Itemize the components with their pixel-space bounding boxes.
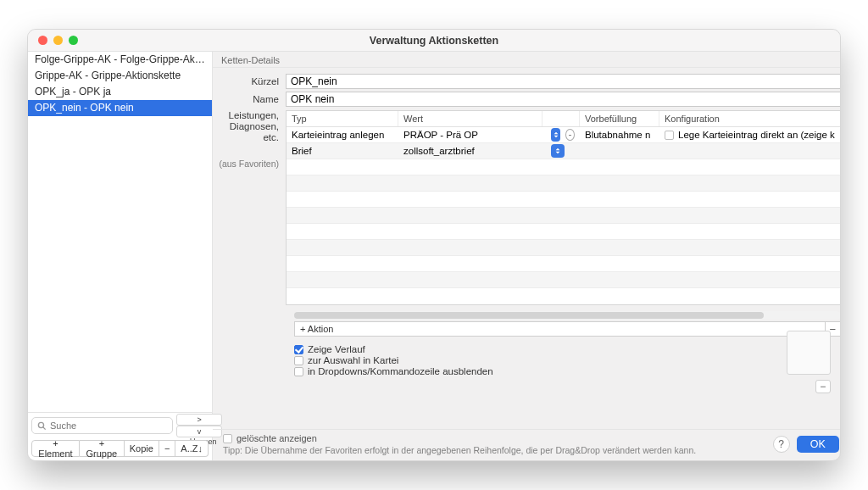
check-dropdowns[interactable]: in Dropdowns/Kommandozeile ausblenden [294,366,841,376]
check-verlauf[interactable]: Zeige Verlauf [294,344,841,354]
help-button[interactable]: ? [773,436,790,453]
svg-line-1 [43,426,46,429]
search-input[interactable] [31,417,173,434]
preview-remove-button[interactable]: − [815,380,831,393]
svg-point-0 [38,422,43,427]
favoriten-hint: (aus Favoriten) [213,159,279,170]
cell-wert[interactable]: zollsoft_arztbrief [398,143,542,159]
actions-table: Typ Wert Vorbefüllung Konfiguration Kart… [286,110,841,305]
name-label: Name [213,94,286,104]
cell-typ[interactable]: Brief [287,143,398,159]
preview-box [787,331,831,375]
footer-tip: Tipp: Die Übernahme der Favoriten erfolg… [223,445,766,455]
table-row[interactable]: Karteieintrag anlegen PRÄOP - Prä OP Blu… [287,127,840,143]
list-item[interactable]: OPK_nein - OPK nein [28,100,212,116]
titlebar: Verwaltung Aktionsketten [28,30,840,52]
remove-row-icon[interactable] [565,129,575,141]
copy-button[interactable]: Kopie [125,440,159,457]
main-panel: Ketten-Details Kürzel Name Leistungen, D… [213,52,841,460]
checkbox-icon[interactable] [223,434,232,443]
search-icon [37,421,47,431]
footer: gelöschte anzeigen Tipp: Die Übernahme d… [213,429,841,460]
add-action-bar: + Aktion − [294,321,841,337]
app-window: Verwaltung Aktionsketten Folge-Grippe-AK… [27,29,841,461]
horizontal-scrollbar[interactable] [294,311,841,320]
list-item[interactable]: OPK_ja - OPK ja [28,84,212,100]
checkbox-icon[interactable] [294,367,303,376]
ok-button[interactable]: OK [797,436,839,453]
cell-vorbefuellung[interactable]: Blutabnahme n [580,127,659,142]
name-input[interactable] [286,92,841,107]
cell-typ[interactable]: Karteieintrag anlegen [287,127,398,142]
sidebar: Folge-Grippe-AK - Folge-Grippe-Akt… Grip… [28,52,213,460]
show-deleted-checkbox[interactable]: gelöschte anzeigen [223,433,766,443]
add-element-button[interactable]: + Element [31,440,80,457]
dropdown-icon[interactable] [551,144,565,158]
search-field[interactable] [50,420,167,431]
window-title: Verwaltung Aktionsketten [28,35,840,47]
col-typ[interactable]: Typ [287,111,398,126]
list-item[interactable]: Grippe-AK - Grippe-Aktionskette [28,68,212,84]
chain-list[interactable]: Folge-Grippe-AK - Folge-Grippe-Akt… Grip… [28,52,212,413]
list-item[interactable]: Folge-Grippe-AK - Folge-Grippe-Akt… [28,52,212,68]
leistungen-label: Leistungen, Diagnosen, etc. (aus Favorit… [213,110,286,170]
add-group-button[interactable]: + Gruppe [80,440,125,457]
konf-checkbox[interactable] [665,131,674,140]
content: Folge-Grippe-AK - Folge-Grippe-Akt… Grip… [28,52,840,460]
sidebar-controls: > aufklappen v zuklappen + Element + Gru… [28,413,212,460]
sort-button[interactable]: A..Z↓ [175,440,209,457]
remove-button[interactable]: − [159,440,175,457]
kuerzel-label: Kürzel [213,76,286,86]
add-action-button[interactable]: + Aktion [295,322,825,336]
checkbox-icon[interactable] [294,356,303,365]
cell-konfiguration[interactable]: Lege Karteieintrag direkt an (zeige k [659,127,840,142]
cell-wert[interactable]: PRÄOP - Prä OP [398,127,542,142]
col-wert[interactable]: Wert [398,111,542,126]
section-title: Ketten-Details [213,52,841,68]
col-vorbefuellung[interactable]: Vorbefüllung [580,111,659,126]
dropdown-icon[interactable] [551,128,560,142]
col-konfiguration[interactable]: Konfiguration [659,111,840,126]
check-auswahl[interactable]: zur Auswahl in Kartei [294,355,841,365]
kuerzel-input[interactable] [286,74,841,89]
table-row[interactable]: Brief zollsoft_arztbrief [287,143,840,159]
checkbox-icon[interactable] [294,345,303,354]
